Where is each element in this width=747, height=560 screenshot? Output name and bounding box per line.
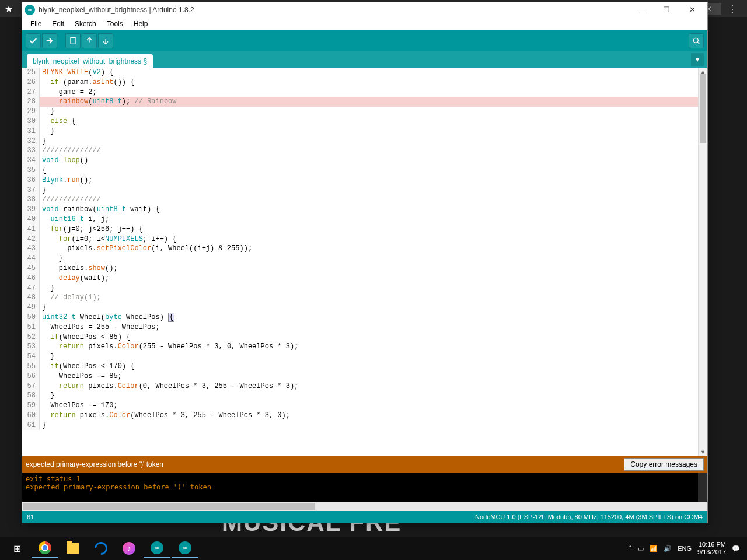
menu-help[interactable]: Help	[129, 19, 153, 29]
line-content[interactable]: }	[40, 107, 698, 117]
console-vscrollbar[interactable]	[698, 473, 707, 502]
copy-error-button[interactable]: Copy error messages	[624, 458, 704, 471]
line-content[interactable]: uint32_t Wheel(byte WheelPos) {	[40, 313, 698, 323]
code-line[interactable]: 42 for(i=0; i<NUMPIXELS; i++) {	[22, 235, 698, 244]
browser-menu-icon[interactable]: ⋮	[727, 2, 738, 15]
code-line[interactable]: 31 }	[22, 127, 698, 136]
code-line[interactable]: 51 WheelPos = 255 - WheelPos;	[22, 323, 698, 332]
line-content[interactable]: void rainbow(uint8_t wait) {	[40, 205, 698, 215]
line-content[interactable]: if (param.asInt()) {	[40, 78, 698, 88]
code-line[interactable]: 38//////////////	[22, 195, 698, 205]
tray-notifications-icon[interactable]: 💬	[732, 545, 740, 552]
line-content[interactable]: void loop()	[40, 156, 698, 166]
start-button[interactable]: ⊞	[4, 539, 30, 558]
line-content[interactable]: rainbow(uint8_t); // Rainbow	[40, 97, 698, 107]
menu-sketch[interactable]: Sketch	[70, 19, 101, 29]
tab-sketch[interactable]: blynk_neopixel_without_brightness §	[27, 54, 153, 68]
line-content[interactable]: }	[40, 136, 698, 146]
code-line[interactable]: 41 for(j=0; j<256; j++) {	[22, 225, 698, 235]
code-line[interactable]: 59 WheelPos -= 170;	[22, 401, 698, 411]
menu-tools[interactable]: Tools	[102, 19, 128, 29]
console-hscroll-thumb[interactable]	[23, 503, 315, 510]
scroll-thumb[interactable]	[700, 74, 706, 144]
code-line[interactable]: 49}	[22, 303, 698, 313]
line-content[interactable]: else {	[40, 117, 698, 127]
editor-scrollbar[interactable]: ▲ ▼	[698, 68, 707, 456]
line-content[interactable]: pixels.setPixelColor(i, Wheel((i+j) & 25…	[40, 244, 698, 254]
code-line[interactable]: 39void rainbow(uint8_t wait) {	[22, 205, 698, 215]
close-button[interactable]: ✕	[679, 2, 705, 18]
tray-volume-icon[interactable]: 🔊	[664, 545, 672, 552]
line-content[interactable]: if(WheelPos < 85) {	[40, 332, 698, 342]
code-line[interactable]: 50uint32_t Wheel(byte WheelPos) {	[22, 313, 698, 323]
code-line[interactable]: 47 }	[22, 284, 698, 293]
code-line[interactable]: 58 }	[22, 391, 698, 401]
code-line[interactable]: 40 uint16_t i, j;	[22, 215, 698, 225]
taskbar-arduino-1[interactable]: ∞	[144, 539, 170, 558]
maximize-button[interactable]: ☐	[654, 2, 679, 18]
line-content[interactable]: return pixels.Color(WheelPos * 3, 255 - …	[40, 411, 698, 421]
code-line[interactable]: 34void loop()	[22, 156, 698, 166]
code-line[interactable]: 35{	[22, 166, 698, 176]
line-content[interactable]: }	[40, 284, 698, 293]
line-content[interactable]: WheelPos -= 170;	[40, 401, 698, 411]
line-content[interactable]: return pixels.Color(255 - WheelPos * 3, …	[40, 342, 698, 352]
tray-battery-icon[interactable]: ▭	[638, 545, 644, 552]
tray-wifi-icon[interactable]: 📶	[650, 545, 658, 552]
code-line[interactable]: 32}	[22, 136, 698, 146]
code-line[interactable]: 60 return pixels.Color(WheelPos * 3, 255…	[22, 411, 698, 421]
line-content[interactable]: Blynk.run();	[40, 176, 698, 186]
line-content[interactable]: //////////////	[40, 195, 698, 205]
upload-button[interactable]	[42, 33, 57, 48]
code-line[interactable]: 53 return pixels.Color(255 - WheelPos * …	[22, 342, 698, 352]
taskbar-edge[interactable]	[88, 539, 114, 558]
line-content[interactable]: for(i=0; i<NUMPIXELS; i++) {	[40, 235, 698, 244]
code-line[interactable]: 28 rainbow(uint8_t); // Rainbow	[22, 97, 698, 107]
tray-chevron-icon[interactable]: ˄	[629, 545, 632, 552]
line-content[interactable]: //////////////	[40, 146, 698, 156]
code-line[interactable]: 61}	[22, 421, 698, 430]
taskbar-itunes[interactable]: ♪	[116, 539, 142, 558]
code-line[interactable]: 54 }	[22, 352, 698, 362]
line-content[interactable]: }	[40, 352, 698, 362]
verify-button[interactable]	[26, 33, 41, 48]
code-line[interactable]: 33//////////////	[22, 146, 698, 156]
code-line[interactable]: 37}	[22, 186, 698, 195]
line-content[interactable]: game = 2;	[40, 88, 698, 97]
taskbar-arduino-2[interactable]: ∞	[172, 539, 198, 558]
menu-edit[interactable]: Edit	[47, 19, 69, 29]
code-line[interactable]: 26 if (param.asInt()) {	[22, 78, 698, 88]
console-hscrollbar[interactable]	[22, 502, 707, 511]
line-content[interactable]: pixels.show();	[40, 264, 698, 274]
line-content[interactable]: delay(wait);	[40, 274, 698, 284]
line-content[interactable]: }	[40, 303, 698, 313]
taskbar-chrome[interactable]	[32, 539, 58, 558]
tab-dropdown-icon[interactable]: ▾	[691, 53, 704, 66]
code-line[interactable]: 44 }	[22, 254, 698, 264]
code-line[interactable]: 27 game = 2;	[22, 88, 698, 97]
code-line[interactable]: 52 if(WheelPos < 85) {	[22, 332, 698, 342]
save-button[interactable]	[98, 33, 113, 48]
code-line[interactable]: 25BLYNK_WRITE(V2) {	[22, 68, 698, 78]
line-content[interactable]: }	[40, 186, 698, 195]
code-line[interactable]: 36Blynk.run();	[22, 176, 698, 186]
code-line[interactable]: 45 pixels.show();	[22, 264, 698, 274]
code-line[interactable]: 56 WheelPos -= 85;	[22, 372, 698, 382]
line-content[interactable]: BLYNK_WRITE(V2) {	[40, 68, 698, 78]
bookmark-star-icon[interactable]: ★	[5, 4, 13, 15]
code-line[interactable]: 29 }	[22, 107, 698, 117]
new-button[interactable]	[65, 33, 81, 48]
line-content[interactable]: }	[40, 421, 698, 430]
code-line[interactable]: 57 return pixels.Color(0, WheelPos * 3, …	[22, 382, 698, 391]
line-content[interactable]: if(WheelPos < 170) {	[40, 362, 698, 372]
taskbar-explorer[interactable]	[60, 539, 86, 558]
line-content[interactable]: for(j=0; j<256; j++) {	[40, 225, 698, 235]
line-content[interactable]: WheelPos -= 85;	[40, 372, 698, 382]
line-content[interactable]: }	[40, 254, 698, 264]
line-content[interactable]: uint16_t i, j;	[40, 215, 698, 225]
line-content[interactable]: }	[40, 391, 698, 401]
line-content[interactable]: {	[40, 166, 698, 176]
code-line[interactable]: 30 else {	[22, 117, 698, 127]
minimize-button[interactable]: —	[628, 2, 654, 18]
code-line[interactable]: 55 if(WheelPos < 170) {	[22, 362, 698, 372]
